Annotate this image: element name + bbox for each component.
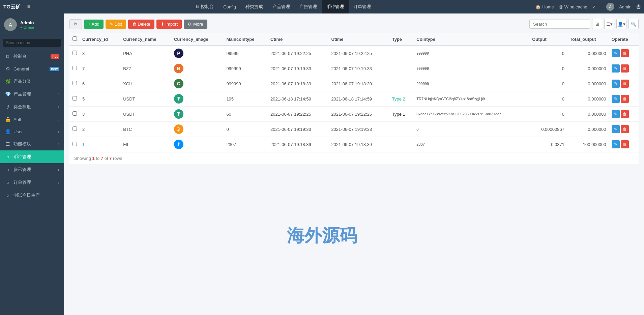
- sidebar-item-general[interactable]: ⚙Generalnew: [0, 63, 64, 75]
- select-all-checkbox[interactable]: [72, 36, 77, 41]
- edit-button[interactable]: ✎ Edit: [106, 20, 126, 29]
- cell-total-output: 0.000000: [567, 122, 609, 137]
- delete-row-button[interactable]: 🗑: [621, 110, 629, 118]
- row-checkbox[interactable]: [72, 96, 77, 101]
- row-checkbox[interactable]: [72, 142, 77, 146]
- cell-operate: ✎ 🗑: [609, 46, 639, 61]
- edit-row-button[interactable]: ✎: [612, 110, 620, 118]
- cell-ctime: 2021-06-18 17:14:59: [268, 91, 328, 107]
- expand-link[interactable]: ⤢: [592, 4, 596, 9]
- search-input[interactable]: [3, 39, 61, 47]
- sidebar-item-modules[interactable]: ☰功能模块›: [0, 138, 64, 150]
- cell-ctime: 2021-06-07 19:22:25: [268, 46, 328, 61]
- cell-total-output: 0.000000: [567, 76, 609, 91]
- grid-view-button[interactable]: ⊞: [592, 19, 602, 29]
- cell-utime: 2021-06-07 19:19:33: [328, 61, 389, 76]
- top-nav-item[interactable]: 产品管理: [268, 0, 295, 13]
- sidebar-item-test[interactable]: ○测试今日生产: [0, 189, 64, 202]
- top-nav-item[interactable]: 订单管理: [349, 0, 376, 13]
- refresh-button[interactable]: ↻: [69, 19, 82, 29]
- row-checkbox[interactable]: [72, 111, 77, 116]
- add-button[interactable]: + Add: [84, 20, 104, 29]
- cell-output: 0: [529, 91, 567, 107]
- sidebar-item-user[interactable]: 👤User›: [0, 125, 64, 138]
- sidebar: A Admin Online 🖥控制台hot⚙Generalnew🌿产品分类💎产…: [0, 13, 64, 315]
- table-row: 5 USDT ₮ 195 2021-06-18 17:14:59 2021-06…: [69, 91, 639, 107]
- top-nav-item[interactable]: 广告管理: [295, 0, 322, 13]
- cell-utime: 2021-06-07 19:22:25: [328, 107, 389, 122]
- table-search-input[interactable]: [529, 20, 590, 29]
- list-view-button[interactable]: ☰▾: [604, 19, 614, 29]
- sidebar-item-reward[interactable]: 🎖奖金制度›: [0, 101, 64, 113]
- cell-output: 0: [529, 107, 567, 122]
- sidebar-item-news[interactable]: ○资讯管理›: [0, 163, 64, 176]
- sidebar-item-icon: ○: [5, 167, 11, 172]
- row-checkbox-cell: [69, 46, 80, 61]
- cell-maincointype: 999999: [224, 76, 268, 91]
- cell-total-output: 0.000000: [567, 46, 609, 61]
- col-currency-image: Currency_image: [171, 33, 224, 46]
- wipe-cache-link[interactable]: 🗑 Wipe cache: [559, 4, 587, 9]
- cell-ctime: 2021-06-07 19:18:39: [268, 137, 328, 152]
- sidebar-item-dashboard[interactable]: 🖥控制台hot: [0, 50, 64, 63]
- cell-name: USDT: [120, 107, 171, 122]
- edit-row-button[interactable]: ✎: [612, 95, 620, 103]
- sidebar-item-auth[interactable]: 🔒Auth›: [0, 113, 64, 125]
- home-link[interactable]: 🏠 Home: [535, 4, 554, 9]
- edit-row-button[interactable]: ✎: [612, 125, 620, 133]
- delete-row-button[interactable]: 🗑: [621, 95, 629, 103]
- sidebar-item-icon: 🌿: [5, 79, 11, 84]
- top-nav-item[interactable]: 币种管理: [322, 0, 349, 13]
- cell-total-output: 100.000000: [567, 137, 609, 152]
- cell-utime: 2021-06-07 19:22:25: [328, 46, 389, 61]
- more-button[interactable]: ⚙ More: [184, 20, 207, 29]
- import-button[interactable]: ⬇ Import: [156, 20, 182, 29]
- sidebar-item-icon: ○: [5, 193, 11, 198]
- search-button[interactable]: 🔍: [628, 19, 639, 29]
- table-row: 6 XCH C 999999 2021-06-07 19:18:39 2021-…: [69, 76, 639, 91]
- delete-row-button[interactable]: 🗑: [621, 49, 629, 57]
- column-toggle-button[interactable]: 👤▾: [616, 19, 626, 29]
- delete-row-button[interactable]: 🗑: [621, 125, 629, 133]
- delete-row-button[interactable]: 🗑: [621, 80, 629, 88]
- delete-button[interactable]: 🗑 Delete: [128, 20, 154, 29]
- cell-ctime: 2021-06-07 19:19:33: [268, 61, 328, 76]
- username-link[interactable]: Admin: [619, 4, 632, 9]
- cell-type: [389, 137, 414, 152]
- col-operate: Operate: [609, 33, 639, 46]
- sidebar-item-orders[interactable]: ○订单管理›: [0, 176, 64, 189]
- sidebar-status: Online: [20, 25, 34, 29]
- cell-cointype: 0: [414, 122, 529, 137]
- logout-link[interactable]: ⏻: [636, 4, 641, 9]
- avatar: A: [4, 18, 17, 31]
- cell-name: PHA: [120, 46, 171, 61]
- cell-cointype: 2307: [414, 137, 529, 152]
- top-nav-item[interactable]: 🖥 控制台: [191, 0, 219, 13]
- top-nav-item[interactable]: Config: [218, 0, 241, 13]
- row-checkbox[interactable]: [72, 51, 77, 55]
- sidebar-item-product-manage[interactable]: 💎产品管理›: [0, 88, 64, 101]
- sidebar-item-product-category[interactable]: 🌿产品分类: [0, 75, 64, 88]
- edit-row-button[interactable]: ✎: [612, 140, 620, 148]
- sidebar-item-icon: 👤: [5, 129, 11, 134]
- delete-row-button[interactable]: 🗑: [621, 140, 629, 148]
- row-checkbox[interactable]: [72, 66, 77, 70]
- sidebar-item-icon: ○: [5, 180, 11, 185]
- menu-toggle-icon[interactable]: ≡: [27, 4, 30, 10]
- edit-row-button[interactable]: ✎: [612, 80, 620, 88]
- table-row: 2 BTC ₿ 0 2021-06-07 19:19:33 2021-06-07…: [69, 122, 639, 137]
- cell-image: f: [171, 137, 224, 152]
- edit-row-button[interactable]: ✎: [612, 64, 620, 73]
- delete-row-button[interactable]: 🗑: [621, 64, 629, 73]
- row-checkbox[interactable]: [72, 81, 77, 85]
- edit-row-button[interactable]: ✎: [612, 49, 620, 57]
- chevron-icon: ›: [58, 117, 59, 121]
- sidebar-item-label: 测试今日生产: [13, 192, 40, 198]
- sidebar-item-label: 产品管理: [13, 91, 31, 97]
- sidebar-item-currency[interactable]: ○币种管理: [0, 150, 64, 163]
- top-nav-item[interactable]: 种类提成: [241, 0, 268, 13]
- chevron-icon: ›: [58, 142, 59, 146]
- user-avatar: A: [606, 3, 614, 11]
- sidebar-user: A Admin Online: [0, 13, 64, 36]
- row-checkbox[interactable]: [72, 126, 77, 131]
